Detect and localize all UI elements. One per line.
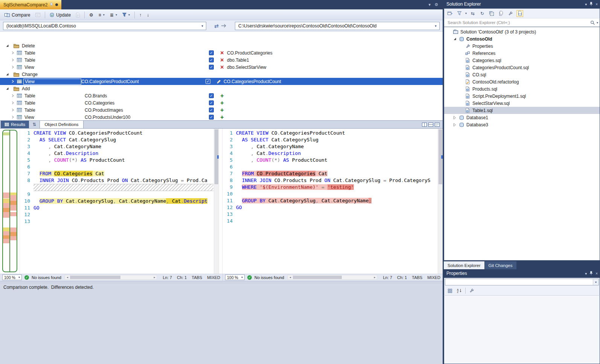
alphabetical-sort-icon[interactable]: AZ	[456, 287, 463, 294]
include-checkbox[interactable]: ✓	[209, 65, 214, 70]
expand-chevron-icon[interactable]	[10, 108, 16, 112]
tree-expander-icon[interactable]	[452, 37, 457, 41]
compare-group-add[interactable]: Add	[0, 85, 443, 92]
zoom-dropdown[interactable]: 100 % ▾	[225, 275, 245, 280]
tree-item-contosoold[interactable]: ContosoOld	[444, 35, 600, 42]
tree-item-properties[interactable]: Properties	[444, 42, 600, 50]
show-all-files-icon[interactable]	[498, 10, 504, 17]
panel-tab-git-changes[interactable]: Git Changes	[485, 261, 516, 269]
refresh-icon[interactable]: ↻	[479, 10, 486, 17]
window-position-icon[interactable]: ▾	[585, 2, 587, 6]
expand-chevron-icon[interactable]	[10, 58, 16, 62]
target-definition-editor[interactable]: 1CREATE VIEW CO.CategoriesProductCount2 …	[222, 129, 443, 274]
panel-tab-solution-explorer[interactable]: Solution Explorer	[444, 261, 484, 269]
include-checkbox[interactable]: ✓	[209, 115, 214, 120]
tree-item-database1[interactable]: Database1	[444, 114, 600, 121]
target-project-dropdown[interactable]: C:\Users\drskwier\source\repos\ContosoOl…	[235, 22, 440, 30]
tree-item-contosoold-refactorlog[interactable]: ContosoOld.refactorlog	[444, 78, 600, 85]
expand-chevron-icon[interactable]	[10, 94, 16, 97]
gear-icon[interactable]: ⚙	[434, 2, 438, 7]
compare-row[interactable]: ViewCO.CategoriesProductCount✓CO.Categor…	[0, 78, 443, 85]
search-icon[interactable]	[590, 20, 595, 25]
compare-row[interactable]: TableCO.ProductImages✓+	[0, 106, 443, 114]
expand-chevron-icon[interactable]	[10, 80, 16, 83]
editor-splitter[interactable]	[219, 129, 222, 274]
tree-item-selectstarview-sql[interactable]: SelectStarView.sql	[444, 100, 600, 107]
include-checkbox[interactable]: ✓	[209, 58, 214, 62]
sync-icon[interactable]: ⇆	[469, 10, 476, 17]
compare-group-delete[interactable]: Delete	[0, 42, 443, 49]
switch-views-icon[interactable]	[446, 10, 453, 17]
tree-item-references[interactable]: References	[444, 50, 600, 57]
tree-expander-icon[interactable]	[452, 123, 457, 127]
tab-results[interactable]: Results	[1, 121, 29, 128]
code-area[interactable]: 1CREATE VIEW CO.CategoriesProductCount2 …	[20, 130, 213, 225]
close-icon[interactable]: ×	[595, 2, 598, 6]
report-icon[interactable]	[33, 12, 43, 18]
switch-direction-icon[interactable]: ⇄	[214, 23, 219, 29]
tree-item-categories-sql[interactable]: Categories.sql	[444, 57, 600, 64]
expand-chevron-icon[interactable]	[10, 101, 16, 105]
scroll-left-icon[interactable]: ◂	[288, 275, 292, 279]
compare-row[interactable]: View✓×dbo.SelectStarView	[0, 64, 443, 71]
close-icon[interactable]: ×	[595, 271, 598, 276]
tree-item-table1-sql[interactable]: Table1.sql	[444, 107, 600, 114]
properties-object-dropdown[interactable]: ▾	[445, 279, 599, 285]
property-pages-icon[interactable]	[468, 287, 475, 294]
tree-item-products-sql[interactable]: Products.sql	[444, 85, 600, 93]
sort-updown-icon[interactable]: ⇅	[32, 122, 36, 127]
diff-overview-map[interactable]	[0, 129, 20, 274]
chevron-down-icon[interactable]: ▾	[429, 2, 431, 7]
compare-row[interactable]: TableCO.Categories✓+	[0, 99, 443, 106]
properties-wrench-icon[interactable]	[507, 10, 514, 17]
search-input[interactable]	[447, 20, 589, 25]
tree-item-categoriesproductcount-sql[interactable]: CategoriesProductCount.sql	[444, 64, 600, 71]
compare-button[interactable]: Compare	[2, 11, 32, 19]
sync-active-document-icon[interactable]	[516, 10, 523, 17]
categorized-icon[interactable]	[446, 287, 453, 294]
scrollbar-thumb[interactable]	[293, 276, 342, 279]
include-checkbox[interactable]: ✓	[209, 108, 214, 112]
vertical-scrollbar[interactable]	[438, 129, 443, 274]
tree-expander-icon[interactable]	[452, 116, 457, 120]
compare-group-change[interactable]: Change	[0, 71, 443, 78]
compare-row[interactable]: TableCO.Brands✓+	[0, 92, 443, 99]
pin-icon[interactable]	[589, 2, 593, 6]
chevron-down-icon[interactable]: ▾	[432, 23, 439, 29]
compare-row[interactable]: Table✓×CO.ProductCategories	[0, 49, 443, 56]
expand-chevron-icon[interactable]	[10, 65, 16, 69]
vertical-scrollbar[interactable]	[214, 129, 219, 274]
compare-row[interactable]: ViewCO.ProductsUnder100✓+	[0, 114, 443, 120]
tree-item-database3[interactable]: Database3	[444, 121, 600, 128]
dirty-indicator-icon[interactable]	[55, 3, 58, 6]
code-area[interactable]: 1CREATE VIEW CO.CategoriesProductCount2 …	[222, 130, 437, 224]
caret-down-icon[interactable]	[4, 87, 11, 90]
pending-filter-icon[interactable]	[456, 10, 463, 17]
include-checkbox[interactable]: ✓	[209, 50, 214, 55]
include-checkbox[interactable]: ✓	[206, 79, 210, 84]
compare-row[interactable]: Table✓×dbo.Table1	[0, 56, 443, 64]
scrollbar-thumb[interactable]	[70, 276, 120, 279]
layout-inline-icon[interactable]	[435, 123, 440, 127]
caret-down-icon[interactable]	[4, 44, 11, 47]
include-checkbox[interactable]: ✓	[209, 100, 214, 105]
window-position-icon[interactable]: ▾	[585, 271, 587, 276]
source-database-dropdown[interactable]: (localdb)\MSSQLLocalDB.Contoso ▾	[3, 22, 206, 30]
pin-icon[interactable]	[589, 271, 593, 276]
chevron-down-icon[interactable]: ▾	[199, 23, 206, 29]
options-gear-icon[interactable]: ⚙	[87, 11, 96, 19]
collapse-all-icon[interactable]	[488, 10, 495, 17]
tree-item-script-predeployment1-sql[interactable]: Script.PreDeployment1.sql	[444, 93, 600, 100]
chevron-down-icon[interactable]: ▾	[597, 21, 598, 24]
previous-change-icon[interactable]: ↑	[137, 11, 144, 19]
filter-icon[interactable]: ▾	[120, 12, 132, 18]
pin-icon[interactable]	[50, 3, 53, 7]
layout-top-bottom-icon[interactable]	[428, 123, 433, 127]
include-checkbox[interactable]: ✓	[209, 93, 214, 98]
horizontal-scrollbar[interactable]: ◂ ▸	[288, 275, 378, 280]
expand-chevron-icon[interactable]	[10, 115, 16, 119]
tab-object-definitions[interactable]: Object Definitions	[40, 120, 83, 128]
tree-item-co-sql[interactable]: CO.sql	[444, 71, 600, 78]
expand-chevron-icon[interactable]	[10, 51, 16, 55]
chevron-down-icon[interactable]: ▾	[593, 279, 598, 285]
